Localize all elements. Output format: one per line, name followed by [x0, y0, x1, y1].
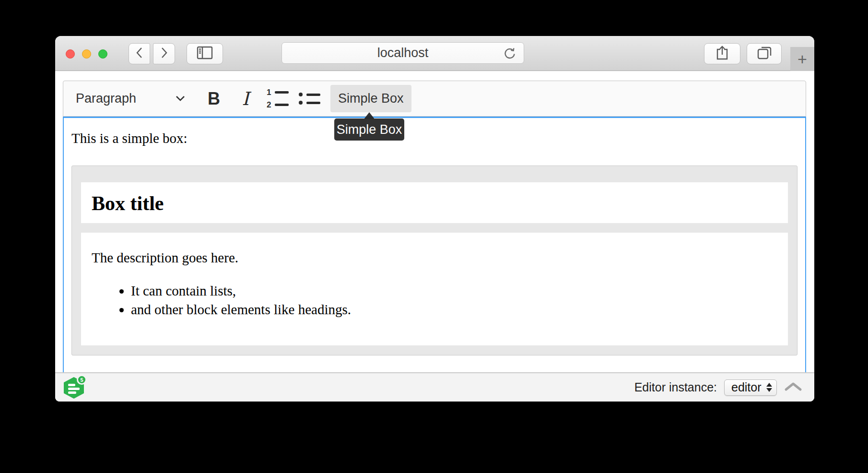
sidebar-icon: [197, 46, 213, 61]
simple-box-title-text[interactable]: Box title: [92, 192, 777, 214]
bulleted-list-button[interactable]: [298, 85, 319, 112]
heading-dropdown-value: Paragraph: [76, 91, 136, 106]
browser-window: localhost: [55, 36, 814, 402]
list-item[interactable]: It can contain lists,: [131, 282, 777, 300]
heading-dropdown[interactable]: Paragraph: [76, 85, 185, 112]
chevron-up-icon: [784, 381, 802, 392]
sidebar-toggle-button[interactable]: [187, 43, 223, 64]
minimize-window-button[interactable]: [82, 49, 91, 59]
reload-button[interactable]: [503, 47, 517, 61]
editor-editable-area[interactable]: This is a simple box: Box title The desc…: [63, 117, 806, 372]
simple-box-button[interactable]: Simple Box: [330, 85, 411, 112]
plus-icon: +: [798, 50, 807, 69]
back-icon: [134, 47, 145, 61]
list-item[interactable]: and other block elements like headings.: [131, 300, 777, 319]
editor-toolbar: Paragraph B I 1: [63, 81, 806, 117]
italic-button[interactable]: I: [235, 85, 256, 112]
tooltip-text: Simple Box: [337, 122, 402, 137]
bold-button[interactable]: B: [203, 85, 224, 112]
browser-title-bar: localhost: [55, 36, 814, 71]
simple-box-description-text[interactable]: The description goes here.: [92, 250, 777, 266]
share-button[interactable]: [704, 43, 740, 64]
share-icon: [716, 45, 729, 62]
version-badge: 5: [77, 375, 87, 385]
forward-icon: [159, 47, 169, 61]
simple-box-title-field[interactable]: Box title: [81, 182, 788, 223]
page-viewport: Paragraph B I 1: [55, 71, 814, 372]
expand-panel-button[interactable]: [784, 381, 802, 394]
editor-instance-label: Editor instance:: [634, 380, 717, 394]
simple-box-widget[interactable]: Box title The description goes here. It …: [71, 166, 798, 355]
italic-icon: I: [242, 88, 249, 109]
close-window-button[interactable]: [66, 49, 75, 59]
bold-icon: B: [208, 89, 220, 109]
tabs-icon: [757, 46, 772, 62]
inspector-bottom-bar: 5 Editor instance: editor: [55, 372, 814, 402]
bulleted-list-icon: [298, 93, 320, 105]
chevron-down-icon: [176, 95, 185, 103]
address-bar-url: localhost: [377, 46, 429, 60]
show-tabs-button[interactable]: [747, 43, 782, 64]
address-bar[interactable]: localhost: [282, 42, 524, 64]
numbered-list-button[interactable]: 1 2: [267, 85, 288, 112]
zoom-window-button[interactable]: [98, 49, 107, 59]
simple-box-list: It can contain lists, and other block el…: [92, 282, 777, 319]
editor-instance-select-value: editor: [731, 380, 762, 394]
editor-instance-select[interactable]: editor: [724, 379, 777, 396]
new-tab-button[interactable]: +: [790, 47, 814, 71]
forward-button[interactable]: [153, 43, 175, 64]
simple-box-tooltip: Simple Box: [334, 118, 404, 141]
simple-box-button-label: Simple Box: [338, 91, 404, 106]
back-button[interactable]: [129, 43, 150, 64]
select-arrows-icon: [766, 383, 772, 392]
numbered-list-icon: 1 2: [266, 88, 289, 109]
ckeditor-logo-icon[interactable]: 5: [64, 376, 85, 399]
intro-paragraph[interactable]: This is a simple box:: [71, 130, 798, 146]
reload-icon: [503, 47, 517, 61]
simple-box-description-field[interactable]: The description goes here. It can contai…: [81, 233, 788, 345]
